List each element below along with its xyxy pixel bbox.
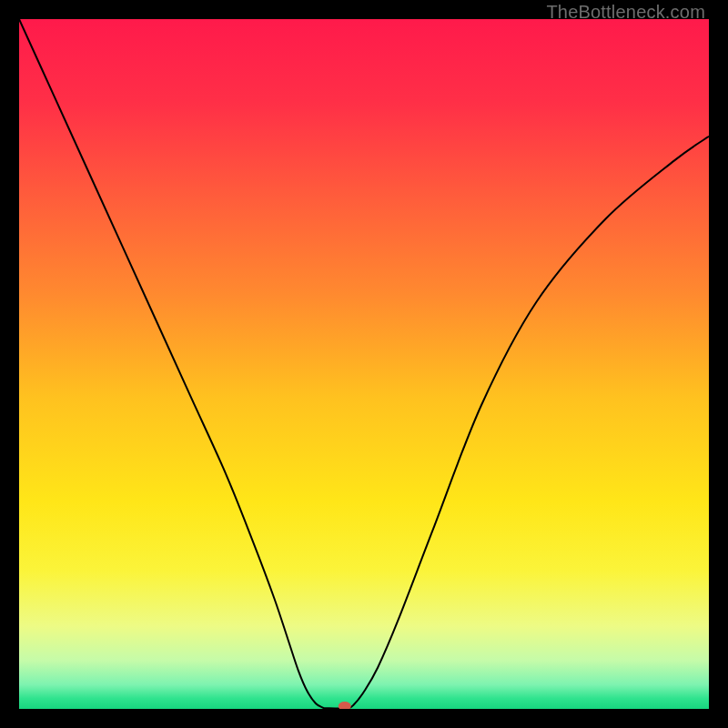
bottleneck-chart (19, 19, 709, 709)
chart-background (19, 19, 709, 709)
chart-frame: TheBottleneck.com (0, 0, 728, 728)
